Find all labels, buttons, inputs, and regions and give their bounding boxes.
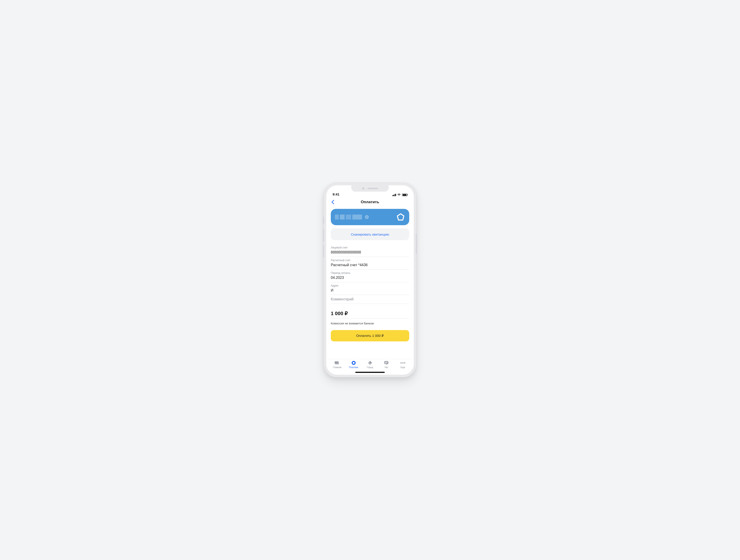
field-account[interactable]: Лицевой счет 888888888888888 — [331, 244, 409, 257]
home-indicator[interactable] — [355, 372, 385, 373]
field-label: Период оплаты — [331, 271, 409, 274]
field-label: Лицевой счет — [331, 246, 409, 249]
notch — [351, 185, 389, 192]
payments-icon — [351, 360, 357, 365]
page-title: Оплатить — [361, 200, 379, 204]
tab-payments[interactable]: Платежи — [345, 360, 362, 368]
svg-rect-7 — [385, 362, 388, 362]
battery-icon — [402, 194, 407, 196]
svg-rect-1 — [367, 217, 367, 218]
chat-icon — [383, 360, 389, 365]
field-address[interactable]: Адрес И — [331, 282, 409, 295]
field-value: 888888888888888 — [331, 250, 409, 255]
field-placeholder: Комментарий — [331, 297, 409, 302]
scan-receipt-label: Сканировать квитанцию — [351, 232, 389, 236]
tab-chat[interactable]: Чат — [378, 360, 394, 368]
content: Сканировать квитанцию Лицевой счет 88888… — [326, 207, 414, 359]
field-value: 04.2023 — [331, 275, 409, 280]
tab-home[interactable]: Главная — [329, 360, 345, 368]
pay-button[interactable]: Оплатить 1 000 ₽ — [331, 330, 409, 341]
svg-rect-3 — [335, 361, 339, 364]
svg-rect-10 — [402, 362, 403, 364]
status-indicators — [392, 194, 407, 196]
provider-name-redacted — [335, 215, 362, 220]
tab-label: Еще — [400, 366, 405, 368]
screen: 9:41 Оплатить — [326, 185, 414, 375]
pay-button-label: Оплатить 1 000 ₽ — [356, 334, 384, 338]
field-label: Адрес — [331, 284, 409, 287]
city-icon — [367, 360, 373, 365]
field-comment[interactable]: Комментарий — [331, 295, 409, 304]
field-label: Расчетный счет — [331, 259, 409, 262]
info-icon[interactable] — [365, 215, 369, 219]
field-value: И — [331, 288, 409, 293]
svg-rect-9 — [400, 362, 402, 364]
cellular-icon — [392, 194, 396, 196]
svg-rect-11 — [404, 362, 405, 364]
amount-input[interactable]: 1 000 ₽ — [331, 311, 409, 319]
tab-label: Платежи — [349, 366, 358, 368]
cards-icon — [334, 360, 340, 365]
side-button — [323, 217, 324, 224]
tab-label: Город — [367, 366, 373, 368]
wifi-icon — [397, 194, 401, 196]
amount-value: 1 000 ₽ — [331, 311, 348, 316]
side-button — [323, 229, 324, 242]
side-button — [323, 245, 324, 257]
field-period[interactable]: Период оплаты 04.2023 — [331, 269, 409, 282]
svg-rect-8 — [385, 363, 387, 363]
more-icon — [400, 360, 406, 365]
side-button — [416, 234, 417, 254]
field-value: Расчетный счет *4436 — [331, 262, 409, 267]
fee-note: Комиссия не взимается банком — [331, 322, 409, 325]
back-button[interactable] — [330, 199, 336, 205]
field-settlement[interactable]: Расчетный счет Расчетный счет *4436 — [331, 257, 409, 269]
provider-card[interactable] — [331, 209, 409, 225]
svg-point-5 — [353, 362, 355, 364]
nav-header: Оплатить — [326, 198, 414, 207]
tab-city[interactable]: Город — [362, 360, 378, 368]
scan-receipt-button[interactable]: Сканировать квитанцию — [331, 228, 409, 240]
svg-rect-6 — [384, 361, 388, 364]
house-icon — [396, 213, 405, 222]
svg-point-0 — [367, 216, 367, 217]
phone-frame: 9:41 Оплатить — [323, 183, 417, 377]
tab-more[interactable]: Еще — [395, 360, 411, 368]
status-time: 9:41 — [333, 192, 340, 196]
tab-label: Чат — [384, 366, 388, 368]
tab-label: Главная — [333, 366, 342, 368]
